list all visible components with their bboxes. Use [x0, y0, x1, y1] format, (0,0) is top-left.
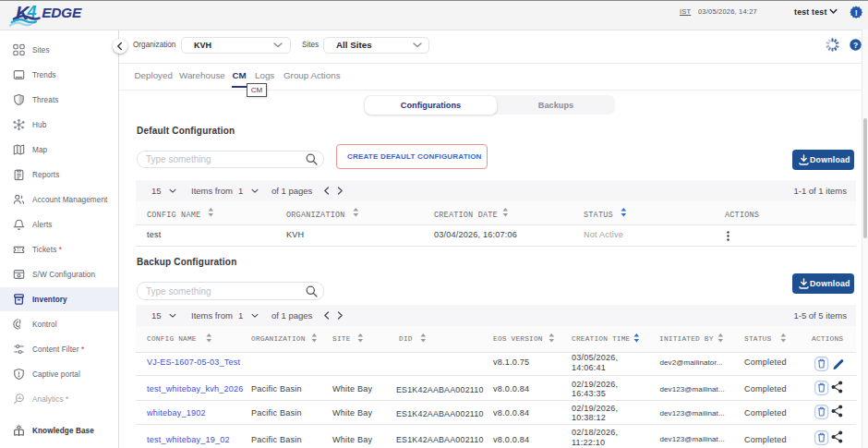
- svg-text:?: ?: [853, 41, 858, 50]
- svg-text:EDGE: EDGE: [42, 5, 82, 20]
- svg-text:!: !: [854, 8, 857, 18]
